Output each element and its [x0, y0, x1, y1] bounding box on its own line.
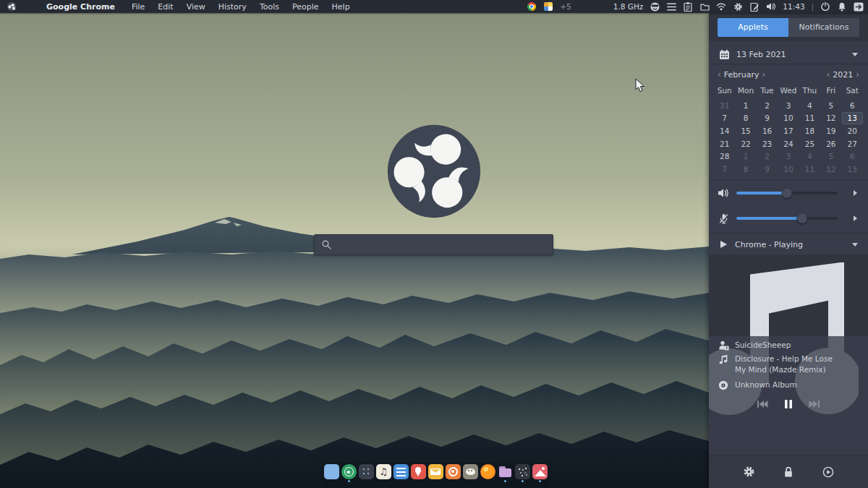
clock[interactable]: 11:43 [783, 2, 804, 11]
dock-blender[interactable] [445, 464, 461, 482]
calendar-day-2[interactable]: 2 [757, 99, 778, 112]
calendar-day-25[interactable]: 25 [799, 137, 820, 150]
calendar-day-13-out[interactable]: 13 [842, 163, 863, 176]
calendar-day-19[interactable]: 19 [820, 124, 841, 137]
dock-files[interactable] [497, 464, 513, 482]
calendar-day-6[interactable]: 6 [842, 99, 863, 112]
calendar-day-1[interactable]: 1 [735, 99, 756, 112]
output-volume-knob[interactable] [782, 188, 793, 199]
raven-toggle-icon[interactable] [854, 1, 864, 12]
desktop-search-bar[interactable] [314, 234, 553, 255]
calendar-day-28[interactable]: 28 [714, 150, 735, 163]
dock-photos[interactable] [532, 464, 548, 482]
menu-people[interactable]: People [286, 2, 326, 12]
dock-mail[interactable] [427, 464, 443, 482]
next-month-icon[interactable]: › [760, 69, 769, 80]
calendar-day-7-out[interactable]: 7 [714, 163, 735, 176]
calendar-day-5[interactable]: 5 [820, 99, 841, 112]
notes-edit-icon[interactable] [749, 1, 760, 12]
calendar-day-11[interactable]: 11 [799, 112, 820, 125]
menu-help[interactable]: Help [326, 2, 357, 12]
mic-volume-knob[interactable] [797, 213, 808, 224]
calendar-day-16[interactable]: 16 [757, 124, 778, 137]
calendar-day-3[interactable]: 3 [778, 99, 799, 112]
notifications-bell-icon[interactable] [837, 1, 847, 12]
player-header-row[interactable]: Chrome - Playing [709, 237, 868, 252]
calendar-day-12-out[interactable]: 12 [820, 163, 841, 176]
calendar-day-10[interactable]: 10 [778, 112, 799, 125]
calendar-day-10-out[interactable]: 10 [778, 163, 799, 176]
wifi-icon[interactable] [716, 1, 726, 12]
calendar-day-21[interactable]: 21 [714, 137, 735, 150]
previous-track-button[interactable] [757, 400, 768, 408]
calendar-day-13[interactable]: 13 [842, 112, 863, 125]
calendar-day-5-out[interactable]: 5 [820, 150, 841, 163]
app-grid-window-icon[interactable] [543, 1, 553, 12]
calendar-day-12[interactable]: 12 [820, 112, 841, 125]
sensors-face-icon[interactable] [650, 1, 660, 12]
window-group-badge[interactable]: +5 [560, 2, 571, 11]
calendar-day-14[interactable]: 14 [714, 124, 735, 137]
mic-expander-icon[interactable] [854, 215, 857, 221]
calendar-day-7[interactable]: 7 [714, 112, 735, 125]
menu-view[interactable]: View [180, 2, 212, 12]
menu-icon[interactable] [666, 1, 676, 12]
output-volume-slider[interactable] [736, 192, 838, 194]
calendar-day-17[interactable]: 17 [778, 124, 799, 137]
calendar-day-20[interactable]: 20 [842, 124, 863, 137]
dock-gimp[interactable] [462, 464, 478, 482]
raven-settings-button[interactable] [740, 463, 757, 481]
folder-icon[interactable] [699, 1, 710, 12]
menu-file[interactable]: File [125, 2, 151, 12]
menu-tools[interactable]: Tools [253, 2, 286, 12]
calendar-day-15[interactable]: 15 [735, 124, 756, 137]
date-expander-icon[interactable] [852, 53, 858, 56]
dock-software[interactable] [341, 464, 357, 482]
power-icon[interactable] [820, 1, 830, 12]
cpu-frequency[interactable]: 1.8 GHz [613, 2, 644, 11]
lock-button[interactable] [780, 463, 797, 481]
next-track-button[interactable] [809, 400, 820, 408]
chrome-window-icon[interactable] [527, 1, 537, 12]
tab-notifications[interactable]: Notifications [788, 18, 859, 37]
calendar-day-11-out[interactable]: 11 [799, 163, 820, 176]
dock-firefox[interactable] [480, 464, 495, 482]
dock-music[interactable] [375, 464, 391, 482]
next-year-icon[interactable]: › [853, 69, 862, 80]
calendar-day-23[interactable]: 23 [757, 137, 778, 150]
calendar-day-24[interactable]: 24 [778, 137, 799, 150]
calendar-day-2-out[interactable]: 2 [757, 150, 778, 163]
menu-edit[interactable]: Edit [151, 2, 179, 12]
output-expander-icon[interactable] [854, 190, 857, 196]
prev-year-icon[interactable]: ‹ [823, 69, 833, 80]
search-input[interactable] [337, 239, 547, 251]
calendar-day-3-out[interactable]: 3 [778, 150, 799, 163]
calendar-day-8[interactable]: 8 [735, 112, 756, 125]
player-expander-icon[interactable] [852, 243, 858, 247]
pause-button[interactable] [784, 399, 793, 409]
dock-documents[interactable] [393, 464, 409, 482]
session-power-button[interactable] [820, 463, 837, 481]
dock-terminal[interactable] [514, 464, 530, 482]
calendar-day-27[interactable]: 27 [842, 137, 863, 150]
calendar-day-9[interactable]: 9 [757, 112, 778, 125]
volume-icon[interactable] [766, 1, 776, 12]
dock-desktop[interactable] [323, 464, 339, 482]
distro-logo-icon[interactable] [7, 2, 16, 11]
mic-volume-slider[interactable] [736, 217, 838, 220]
calendar-day-26[interactable]: 26 [820, 137, 841, 150]
calendar-day-4[interactable]: 4 [799, 99, 820, 112]
calendar-day-6-out[interactable]: 6 [842, 150, 863, 163]
calendar-day-4-out[interactable]: 4 [799, 150, 820, 163]
calendar-day-1-out[interactable]: 1 [735, 150, 756, 163]
clipboard-icon[interactable] [683, 1, 693, 12]
calendar-day-22[interactable]: 22 [735, 137, 756, 150]
calendar-day-18[interactable]: 18 [799, 124, 820, 137]
menu-history[interactable]: History [212, 2, 253, 12]
tab-applets[interactable]: Applets [718, 18, 788, 37]
dock-launcher[interactable] [358, 464, 374, 482]
date-row[interactable]: 13 Feb 2021 [709, 45, 868, 64]
prev-month-icon[interactable]: ‹ [715, 69, 724, 80]
dock-maps[interactable] [410, 464, 426, 482]
calendar-day-9-out[interactable]: 9 [757, 163, 778, 176]
